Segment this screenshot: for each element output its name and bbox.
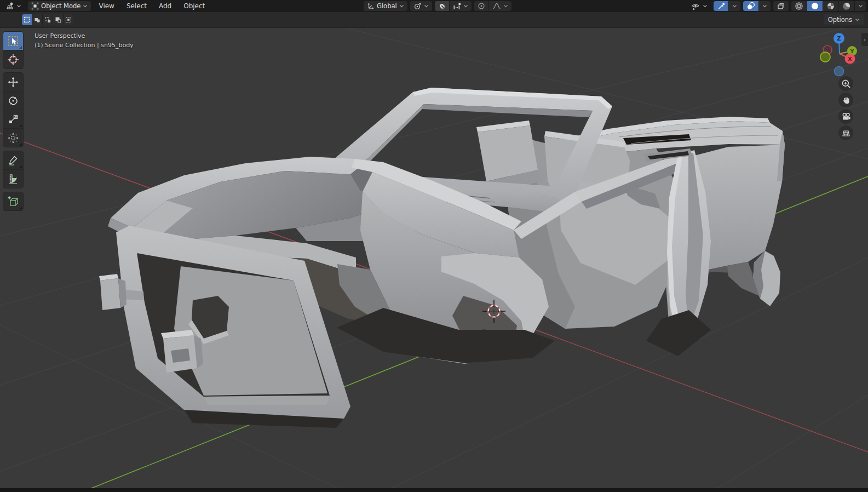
snap-magnet-icon	[438, 2, 446, 10]
gizmo-toggle-icon	[717, 2, 725, 10]
overlays-toggle[interactable]	[743, 1, 758, 11]
status-bar-edge	[0, 488, 868, 492]
tool-measure-button[interactable]	[3, 169, 23, 188]
pivot-icon	[413, 2, 422, 10]
tool-cursor-icon	[7, 54, 19, 66]
tool-transform-button[interactable]	[3, 128, 23, 147]
chevron-down-icon	[424, 4, 429, 8]
viewport-header: Object Mode View Select Add Object Globa…	[0, 0, 868, 12]
falloff-dropdown[interactable]	[489, 1, 511, 11]
select-intersect-icon	[65, 16, 72, 23]
tool-select-box-icon	[7, 35, 19, 47]
select-mode-subtract-button[interactable]	[53, 14, 63, 25]
viewport-3d-scene[interactable]	[0, 0, 868, 492]
snap-with-dropdown[interactable]	[450, 1, 472, 11]
chevron-down-icon	[503, 4, 508, 8]
subtool-indicator	[19, 207, 22, 209]
chevron-down-icon	[16, 4, 21, 8]
tool-move-button[interactable]	[3, 73, 23, 91]
overlays-dropdown[interactable]	[759, 1, 771, 11]
snap-toggle[interactable]	[435, 1, 449, 11]
toolbar	[3, 31, 24, 214]
shading-wireframe-button[interactable]	[791, 1, 807, 11]
visibility-dropdown[interactable]	[688, 1, 711, 11]
select-mode-group	[22, 14, 73, 25]
nav-pan-icon	[841, 95, 851, 105]
orientation-dropdown[interactable]: Global	[364, 1, 407, 11]
menu-select[interactable]: Select	[122, 0, 151, 12]
tool-add-cube-icon	[7, 196, 19, 208]
shading-solid-icon	[810, 2, 819, 10]
camera-view-button[interactable]	[838, 109, 853, 124]
shading-material-button[interactable]	[823, 1, 838, 11]
subtool-indicator	[19, 165, 22, 168]
options-dropdown[interactable]: Options	[824, 14, 864, 25]
snap-increment-icon	[453, 2, 461, 10]
zoom-button[interactable]	[838, 76, 853, 91]
editor-type-icon	[5, 2, 14, 10]
select-mode-set-button[interactable]	[22, 14, 32, 25]
tool-cursor-button[interactable]	[3, 50, 23, 68]
axis-label-x: X	[848, 56, 852, 62]
subtool-indicator	[19, 143, 22, 146]
shading-wireframe-icon	[795, 2, 803, 10]
chevron-down-icon	[858, 4, 863, 8]
chevron-down-icon	[83, 4, 88, 8]
proportional-toggle[interactable]	[474, 1, 488, 11]
gizmos-toggle[interactable]	[714, 1, 728, 11]
perspective-toggle-button[interactable]	[838, 125, 853, 140]
chevron-down-icon	[703, 4, 708, 8]
chevron-down-icon	[855, 18, 860, 21]
mode-dropdown[interactable]: Object Mode	[28, 1, 91, 11]
gizmos-dropdown[interactable]	[729, 1, 740, 11]
nav-ortho-icon	[841, 128, 851, 138]
overlays-icon	[746, 2, 755, 10]
menu-add[interactable]: Add	[154, 0, 176, 12]
tool-add-cube-button[interactable]	[3, 192, 23, 210]
tool-measure-icon	[7, 173, 19, 185]
tool-annotate-button[interactable]	[3, 151, 23, 169]
mode-label: Object Mode	[41, 2, 81, 10]
select-extend-icon	[44, 16, 51, 23]
axis-label-y: Y	[850, 49, 854, 54]
subtool-indicator	[19, 124, 22, 127]
chevron-down-icon	[732, 4, 737, 8]
xray-icon	[777, 2, 785, 10]
tool-move-icon	[7, 76, 19, 88]
nav-zoom-icon	[841, 79, 851, 89]
shading-rendered-button[interactable]	[839, 1, 854, 11]
chevron-down-icon	[463, 4, 468, 8]
axis-label-z: Z	[837, 36, 841, 42]
navigation-gizmo[interactable]: Z Y X	[815, 30, 865, 81]
active-collection-label: (1) Scene Collection | sn95_body	[35, 41, 134, 50]
nav-camera-icon	[841, 112, 851, 122]
axis-ball-neg-z[interactable]	[835, 67, 844, 76]
tool-select-box-button[interactable]	[3, 32, 23, 50]
menu-view[interactable]: View	[94, 0, 118, 12]
viewport-info-text: User Perspective (1) Scene Collection | …	[35, 31, 134, 50]
proportional-icon	[478, 2, 485, 10]
tool-scale-button[interactable]	[3, 110, 23, 128]
shading-dropdown[interactable]	[855, 1, 866, 11]
object-mode-icon	[31, 2, 39, 10]
pan-button[interactable]	[838, 93, 853, 107]
pivot-dropdown[interactable]	[410, 1, 432, 11]
menu-object[interactable]: Object	[179, 0, 209, 12]
shading-rendered-icon	[842, 2, 851, 10]
falloff-icon	[492, 2, 501, 10]
select-mode-intersect-button[interactable]	[64, 14, 73, 25]
axis-ball-neg-y[interactable]	[820, 52, 830, 62]
shading-solid-button[interactable]	[807, 1, 823, 11]
tool-rotate-button[interactable]	[3, 91, 23, 110]
select-mode-extend-button[interactable]	[43, 14, 53, 25]
chevron-down-icon	[762, 4, 767, 8]
orientation-icon	[367, 2, 375, 10]
xray-toggle[interactable]	[773, 1, 789, 11]
orientation-label: Global	[377, 2, 397, 10]
blender-window: Object Mode View Select Add Object Globa…	[0, 0, 868, 492]
tool-scale-icon	[7, 113, 19, 125]
select-mode-new-button[interactable]	[32, 14, 42, 25]
editor-type-button[interactable]	[2, 1, 25, 11]
sidebar-toggle-tab[interactable]: ‹	[861, 33, 868, 46]
select-subtract-icon	[55, 16, 61, 23]
